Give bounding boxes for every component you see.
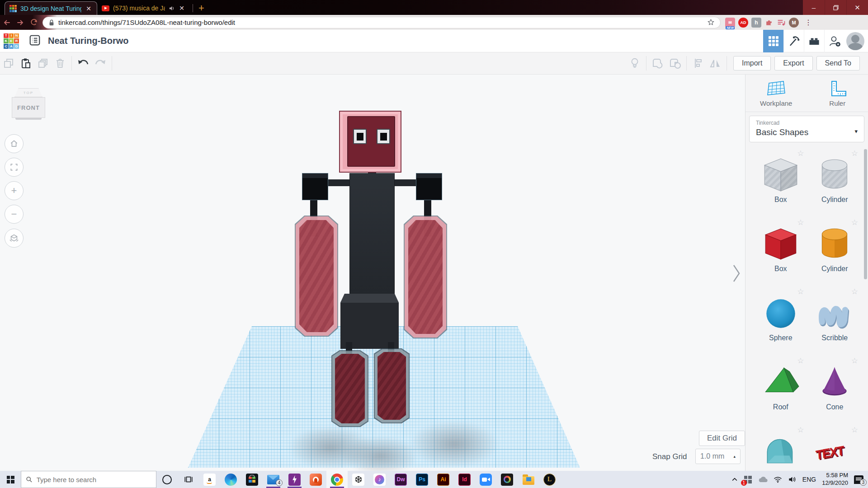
restore-button[interactable] (825, 0, 846, 15)
favorite-star-icon[interactable]: ☆ (851, 356, 858, 366)
shape-library-dropdown[interactable]: Tinkercad Basic Shapes ▾ (749, 116, 864, 142)
robot-face[interactable] (347, 116, 395, 167)
refresh-button[interactable] (27, 18, 41, 27)
task-view-button[interactable] (178, 471, 199, 488)
robot-torso[interactable] (349, 173, 395, 294)
taskbar-app-file-explorer[interactable] (518, 471, 539, 488)
copy-button[interactable] (0, 57, 17, 69)
onedrive-cloud-icon[interactable] (758, 476, 768, 483)
browser-menu-icon[interactable]: ⋮ (805, 18, 812, 27)
forward-button[interactable] (14, 18, 27, 27)
taskbar-app-dreamweaver[interactable]: Dw (390, 471, 411, 488)
taskbar-search[interactable] (21, 471, 156, 488)
tray-expand-icon[interactable] (731, 476, 738, 483)
taskbar-app-itunes[interactable]: ♪ (369, 471, 390, 488)
robot-pelvis[interactable] (340, 294, 399, 349)
favorite-star-icon[interactable]: ☆ (797, 425, 804, 435)
panel-collapse-handle[interactable] (731, 263, 741, 285)
favorite-star-icon[interactable]: ☆ (851, 425, 858, 435)
search-input[interactable] (37, 476, 151, 483)
shape-tile-box-red[interactable]: ☆ Box (754, 217, 808, 286)
paste-button[interactable] (17, 57, 34, 69)
url-text[interactable]: tinkercad.com/things/71SUdoZA08L-neat-tu… (58, 19, 703, 26)
taskbar-app-indesign[interactable]: Id (454, 471, 475, 488)
shape-tile-scribble[interactable]: ☆ Scribble (808, 286, 862, 355)
import-button[interactable]: Import (733, 56, 771, 70)
align-button[interactable] (689, 57, 707, 69)
duplicate-button[interactable] (34, 57, 52, 69)
language-indicator[interactable]: ENG (802, 476, 816, 483)
taskbar-app-chrome[interactable] (326, 471, 348, 488)
minecraft-export-button[interactable] (783, 30, 804, 52)
ruler-tool[interactable]: Ruler (807, 80, 868, 107)
brick-export-button[interactable] (804, 30, 824, 52)
favorite-star-icon[interactable]: ☆ (797, 287, 804, 296)
favorite-star-icon[interactable]: ☆ (797, 149, 804, 158)
snap-grid-dropdown[interactable]: 1.0 mm ▴ (695, 449, 741, 464)
group-button[interactable] (649, 57, 666, 69)
start-button[interactable] (0, 471, 21, 488)
taskbar-app-league[interactable]: L (539, 471, 560, 488)
taskbar-app-unity[interactable] (348, 471, 369, 488)
cortana-button[interactable] (156, 471, 178, 488)
puzzle-extension-icon[interactable] (764, 18, 774, 27)
export-button[interactable]: Export (774, 56, 812, 70)
undo-button[interactable] (75, 58, 92, 69)
robot-right-shoulder[interactable] (416, 173, 442, 200)
playlist-extension-icon[interactable] (777, 19, 786, 27)
mail-extension-icon[interactable]: ✉NEW (725, 18, 735, 28)
favorite-star-icon[interactable]: ☆ (797, 356, 804, 366)
fit-view-button[interactable] (5, 158, 24, 177)
mirror-button[interactable] (707, 57, 724, 69)
tab-audio-icon[interactable] (169, 5, 175, 11)
robot-right-forearm[interactable] (404, 216, 447, 338)
shape-tile-box-gray[interactable]: ☆ Box (754, 148, 808, 217)
taskbar-app-edge[interactable] (220, 471, 241, 488)
minimize-button[interactable]: – (803, 0, 825, 15)
shape-tile-cylinder-gray[interactable]: ☆ Cylinder (808, 148, 862, 217)
user-avatar[interactable] (846, 32, 864, 50)
favorite-star-icon[interactable]: ☆ (851, 218, 858, 227)
dashboard-button[interactable] (763, 30, 783, 52)
view-cube-top-face[interactable]: TOP (14, 88, 42, 97)
bookmark-star-icon[interactable] (707, 19, 715, 26)
zoom-in-button[interactable]: + (5, 181, 24, 200)
volume-icon[interactable] (788, 476, 797, 483)
tinkercad-logo[interactable]: TINKERCAD (4, 33, 19, 49)
taskbar-app-creative-cloud[interactable] (496, 471, 518, 488)
shape-tile-cylinder-orange[interactable]: ☆ Cylinder (808, 217, 862, 286)
tab-youtube[interactable]: (573) musica de Jay Wheeler ✕ (97, 1, 190, 15)
tab-close-icon[interactable]: ✕ (178, 5, 185, 12)
shape-tile-round-roof[interactable]: ☆ (754, 424, 808, 471)
wifi-icon[interactable] (774, 476, 782, 483)
taskbar-app-amazon[interactable]: a (199, 471, 220, 488)
tray-app-icon[interactable]: 1 (744, 476, 752, 483)
robot-right-leg[interactable] (374, 348, 410, 423)
robot-left-shoulder[interactable] (302, 173, 328, 200)
view-cube-front-face[interactable]: FRONT (12, 97, 45, 118)
taskbar-app-office[interactable] (305, 471, 326, 488)
new-tab-button[interactable]: + (198, 3, 204, 13)
shape-tile-cone[interactable]: ☆ Cone (808, 355, 862, 424)
design-properties-button[interactable] (29, 34, 41, 48)
zoom-out-button[interactable]: − (5, 205, 24, 224)
address-bar[interactable]: tinkercad.com/things/71SUdoZA08L-neat-tu… (42, 17, 721, 28)
tab-tinkercad[interactable]: 3D design Neat Turing-Borwo | T ✕ (5, 1, 97, 15)
taskbar-app-mail[interactable]: 4 (263, 471, 284, 488)
invite-people-button[interactable] (824, 30, 844, 52)
edit-grid-button[interactable]: Edit Grid (699, 431, 745, 446)
delete-button[interactable] (52, 57, 69, 69)
action-center-icon[interactable]: 3 (854, 475, 863, 484)
workplane-tool[interactable]: Workplane (745, 80, 807, 107)
tab-close-icon[interactable]: ✕ (85, 5, 92, 12)
shape-tile-roof[interactable]: ☆ Roof (754, 355, 808, 424)
view-cube[interactable]: TOP FRONT (12, 88, 45, 120)
taskbar-app-illustrator[interactable]: Ai (433, 471, 454, 488)
3d-canvas[interactable]: TOP FRONT + − (0, 75, 745, 471)
perspective-toggle-button[interactable] (5, 229, 24, 248)
taskbar-app-photoshop[interactable]: Ps (411, 471, 433, 488)
robot-left-leg[interactable] (331, 350, 368, 427)
favorite-star-icon[interactable]: ☆ (851, 287, 858, 296)
shape-tile-sphere[interactable]: ☆ Sphere (754, 286, 808, 355)
redo-button[interactable] (92, 58, 109, 69)
